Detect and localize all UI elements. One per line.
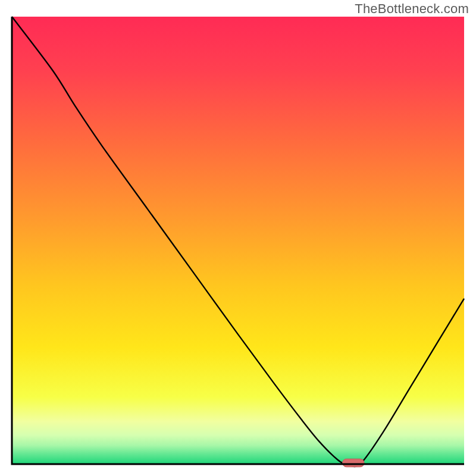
chart-container: { "watermark": "TheBottleneck.com", "col… [0,0,476,476]
bottleneck-chart [0,0,476,476]
optimum-marker [343,459,364,467]
gradient-background [12,17,464,464]
